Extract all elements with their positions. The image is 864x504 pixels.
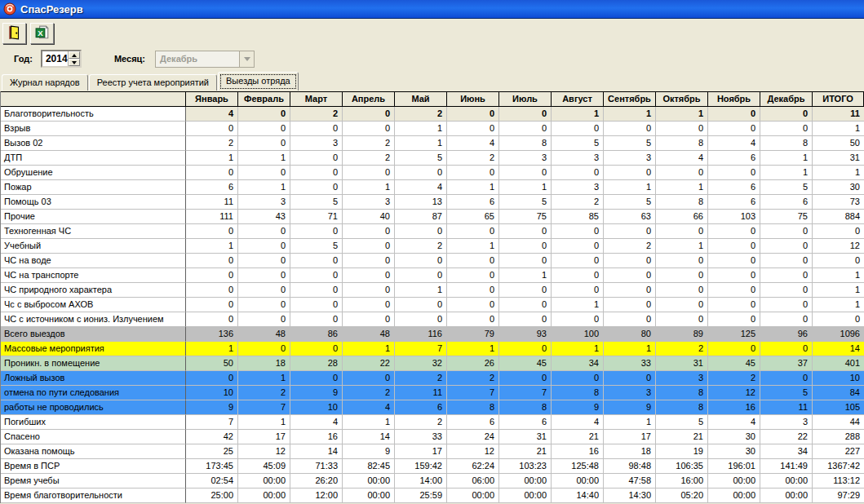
cell: 1 [238, 371, 290, 386]
table-row[interactable]: ДТП11025233346131 [1, 151, 864, 166]
table-row[interactable]: Учебный10502100210012 [1, 239, 864, 254]
table-row[interactable]: Проникн. в помещение50182822322645343331… [1, 356, 864, 371]
cell: 1 [552, 107, 604, 122]
table-row[interactable]: Прочие11143714087657585636610375884 [1, 210, 864, 224]
cell: 12:00 [290, 489, 343, 503]
cell: 0 [395, 224, 447, 239]
row-label: отмена по пути следования [1, 386, 186, 400]
cell: 0 [186, 224, 238, 239]
cell: 5 [604, 195, 656, 210]
cell: 6 [708, 151, 760, 166]
cell: 0 [186, 122, 238, 136]
cell: 884 [813, 210, 864, 224]
combo-dropdown-button[interactable] [239, 51, 254, 67]
table-row[interactable]: Массовые мероприятия10017101120014 [1, 342, 864, 356]
table-row[interactable]: Помощь 031135313652586673 [1, 195, 864, 210]
table-row[interactable]: Время учебы02:5400:0026:2000:0014:0006:0… [1, 474, 864, 489]
cell: 0 [343, 166, 395, 180]
table-row[interactable]: Чс с выбросом АХОВ0000000100001 [1, 298, 864, 312]
cell: 0 [238, 239, 290, 254]
cell: 0 [760, 107, 813, 122]
month-combobox[interactable]: Декабрь [155, 51, 255, 68]
table-row[interactable]: Погибших71412664154344 [1, 415, 864, 430]
cell: 0 [708, 166, 760, 180]
cell: 0 [290, 151, 343, 166]
row-label: ЧС на воде [1, 254, 186, 268]
cell: 0 [395, 268, 447, 283]
table-row[interactable]: Время благотворительности25:0000:0012:00… [1, 489, 864, 503]
year-down-button[interactable] [69, 59, 80, 66]
filter-row: Год: 2014 Месяц: Декабрь [0, 47, 864, 70]
cell: 25:00 [186, 489, 238, 503]
cell: 21 [499, 444, 552, 459]
cell: 0 [395, 254, 447, 268]
tab-vyezdy-otryada[interactable]: Выезды отряда [218, 72, 299, 91]
table-row[interactable]: Спасено421716143324312117213022288 [1, 430, 864, 444]
cell: 0 [760, 298, 813, 312]
cell: 0 [186, 298, 238, 312]
table-row[interactable]: работы не проводились971046889981611105 [1, 400, 864, 415]
table-row[interactable]: отмена по пути следования102921177838125… [1, 386, 864, 400]
year-spinner[interactable]: 2014 [41, 50, 82, 68]
table-row[interactable]: Обрушение0000000000011 [1, 166, 864, 180]
cell: 0 [656, 298, 708, 312]
year-up-button[interactable] [69, 51, 80, 59]
cell: 0 [552, 312, 604, 327]
cell: 21 [552, 430, 604, 444]
cell: 2 [395, 371, 447, 386]
cell: 0 [656, 268, 708, 283]
cell: 116 [395, 327, 447, 342]
grid-corner-cell [1, 91, 186, 107]
table-row[interactable]: ЧС природного характера0000100000001 [1, 283, 864, 298]
cell: 8 [499, 136, 552, 151]
table-row[interactable]: Оказана помощь25121491712211618193034227 [1, 444, 864, 459]
row-label: ДТП [1, 151, 186, 166]
table-row[interactable]: ЧС на транспорте0000001000001 [1, 268, 864, 283]
table-row[interactable]: Взрыв0000100000001 [1, 122, 864, 136]
cell: 0 [499, 239, 552, 254]
table-row[interactable]: Всего выездов136488648116799310080891259… [1, 327, 864, 342]
tab-reestr-ucheta-meropriyatiy[interactable]: Реестр учета мероприятий [89, 74, 217, 91]
cell: 0 [290, 180, 343, 195]
cell: 2 [343, 136, 395, 151]
cell: 66 [656, 210, 708, 224]
tab-zhurnal-naryadov[interactable]: Журнал нарядов [2, 74, 88, 91]
cell: 34 [552, 356, 604, 371]
table-row[interactable]: ЧС на воде0000000000000 [1, 254, 864, 268]
cell: 86 [290, 327, 343, 342]
export-excel-button[interactable]: X [30, 23, 54, 44]
cell: 0 [552, 239, 604, 254]
table-row[interactable]: Благотворительность40202001110011 [1, 107, 864, 122]
cell: 0 [186, 371, 238, 386]
cell: 00:00 [552, 474, 604, 489]
cell: 0 [656, 312, 708, 327]
cell: 12 [447, 444, 499, 459]
cell: 5 [499, 195, 552, 210]
table-row[interactable]: Вызов 0220321485584850 [1, 136, 864, 151]
row-label: Чс с выбросом АХОВ [1, 298, 186, 312]
table-row[interactable]: Время в ПСР173:4545:0971:3382:45159:4262… [1, 459, 864, 474]
cell: 14:40 [552, 489, 604, 503]
table-row[interactable]: ЧС с источником с иониз. Излучением00000… [1, 312, 864, 327]
table-row[interactable]: Пожар61014113116530 [1, 180, 864, 195]
table-row[interactable]: Ложный вызов01002200032010 [1, 371, 864, 386]
column-header: Апрель [343, 91, 395, 107]
cell: 93 [499, 327, 552, 342]
cell: 0 [760, 122, 813, 136]
cell: 0 [238, 166, 290, 180]
cell: 0 [290, 371, 343, 386]
column-header: Ноябрь [708, 91, 760, 107]
exit-button[interactable] [2, 23, 26, 44]
table-row[interactable]: Техногенная ЧС0000000000000 [1, 224, 864, 239]
cell: 0 [290, 298, 343, 312]
row-label: работы не проводились [1, 400, 186, 415]
cell: 0 [290, 224, 343, 239]
cell: 11 [186, 195, 238, 210]
cell: 82:45 [343, 459, 395, 474]
cell: 73 [813, 195, 864, 210]
cell: 0 [604, 312, 656, 327]
cell: 1 [238, 151, 290, 166]
cell: 3 [552, 151, 604, 166]
cell: 0 [395, 298, 447, 312]
cell: 47:58 [604, 474, 656, 489]
